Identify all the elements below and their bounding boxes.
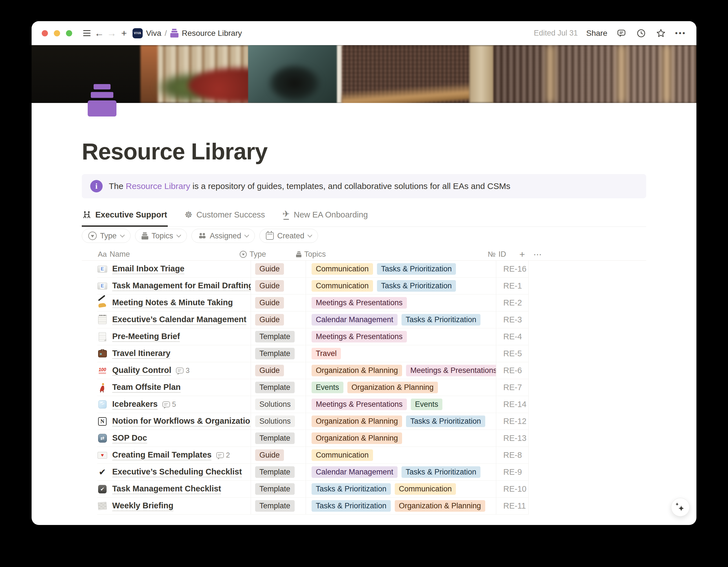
table-row[interactable]: Meeting Notes & Minute Taking Guide Meet… — [97, 295, 529, 312]
callout-page-link[interactable]: Resource Library — [126, 181, 190, 191]
add-column-icon[interactable]: + — [513, 249, 525, 260]
share-button[interactable]: Share — [586, 29, 607, 38]
breadcrumb-page[interactable]: Resource Library — [182, 29, 242, 38]
table-row[interactable]: Team Offsite Plan Template EventsOrganiz… — [97, 379, 529, 396]
filter-assigned[interactable]: Assigned — [191, 229, 255, 243]
page-link[interactable]: SOP Doc — [112, 433, 147, 444]
page-link[interactable]: Weekly Briefing — [112, 501, 173, 511]
comments-icon[interactable] — [616, 28, 627, 39]
page-link[interactable]: Task Management for Email Drafting — [112, 281, 251, 291]
page-link[interactable]: Email Inbox Triage — [112, 264, 184, 274]
id-cell: RE-12 — [496, 413, 529, 430]
filter-type[interactable]: Type — [82, 229, 131, 243]
comment-count-badge[interactable]: 3 — [176, 367, 189, 375]
zoom-window-button[interactable] — [66, 30, 72, 36]
history-clock-icon[interactable] — [636, 28, 647, 39]
topic-chip: Communication — [312, 280, 373, 292]
table-row[interactable]: Pre-Meeting Brief Template Meetings & Pr… — [97, 328, 529, 345]
column-header-topics[interactable]: Topics — [290, 250, 481, 259]
shuffle-icon: ⇄ — [97, 433, 107, 444]
page-link[interactable]: Team Offsite Plan — [112, 383, 181, 393]
type-chip: Template — [255, 500, 295, 512]
minimize-window-button[interactable] — [54, 30, 60, 36]
tab-label: Executive Support — [95, 210, 167, 219]
table-row[interactable]: ⇄SOP Doc Template Organization & Plannin… — [97, 430, 529, 447]
page-link[interactable]: Pre-Meeting Brief — [112, 332, 180, 342]
table-row[interactable]: 100Quality Control3 Guide Organization &… — [97, 362, 529, 379]
topic-chip: Travel — [312, 348, 341, 360]
topic-chip: Organization & Planning — [312, 433, 402, 444]
more-options-icon[interactable]: ••• — [675, 28, 686, 39]
close-window-button[interactable] — [42, 30, 48, 36]
breadcrumb: VIVA Viva / Resource Library — [133, 28, 242, 38]
chevron-down-icon — [120, 233, 125, 237]
page-link[interactable]: Executive’s Scheduling Checklist — [112, 467, 242, 477]
table-row[interactable]: Executive’s Calendar Management1 Guide C… — [97, 312, 529, 328]
page-link[interactable]: Notion for Workflows & Organization — [112, 416, 251, 427]
topic-chip: Meetings & Presentations — [312, 297, 407, 309]
topic-chip: Meetings & Presentations — [312, 331, 407, 343]
page-link[interactable]: Creating Email Templates — [112, 450, 211, 460]
id-cell: RE-9 — [496, 464, 529, 480]
page-link[interactable]: Meeting Notes & Minute Taking — [112, 298, 233, 308]
tab-customer-success[interactable]: ☸ Customer Success — [184, 207, 266, 227]
notion-window: ← → + VIVA Viva / Resource Library Edite… — [32, 21, 696, 525]
topic-chip: Tasks & Prioritization — [401, 466, 481, 478]
numero-icon: № — [488, 250, 496, 259]
tab-executive-support[interactable]: Executive Support — [82, 207, 168, 227]
comment-count-badge[interactable]: 5 — [162, 400, 176, 409]
type-chip: Solutions — [255, 399, 295, 410]
comment-count-badge[interactable]: 2 — [216, 451, 230, 459]
topic-chip: Organization & Planning — [347, 382, 438, 393]
forward-icon[interactable]: → — [105, 27, 118, 39]
filter-created[interactable]: Created — [259, 229, 318, 243]
table-row[interactable]: EEmail Inbox Triage Guide CommunicationT… — [97, 260, 529, 277]
topic-chip: Tasks & Prioritization — [312, 500, 391, 512]
table-row[interactable]: ✔Executive’s Scheduling Checklist Templa… — [97, 464, 529, 481]
page-link[interactable]: Travel Itinerary — [112, 349, 170, 359]
table-row[interactable]: NNotion for Workflows & Organization Sol… — [97, 413, 529, 430]
new-page-icon[interactable]: + — [118, 27, 130, 39]
back-icon[interactable]: ← — [93, 27, 105, 39]
table-row[interactable]: ✔Task Management Checklist Template Task… — [97, 481, 529, 498]
favorite-star-icon[interactable] — [655, 28, 667, 39]
breadcrumb-workspace[interactable]: Viva — [146, 29, 161, 38]
id-cell: RE-10 — [496, 481, 529, 497]
column-header-name[interactable]: Aa Name — [98, 250, 235, 259]
page-link[interactable]: Executive’s Calendar Management — [112, 315, 246, 325]
page-title[interactable]: Resource Library — [82, 138, 268, 165]
callout-text: The Resource Library is a repository of … — [109, 181, 510, 191]
table-row[interactable]: Weekly Briefing Template Tasks & Priorit… — [97, 498, 529, 515]
type-chip: Guide — [255, 297, 284, 309]
sidebar-menu-icon[interactable] — [81, 27, 93, 39]
type-chip: Template — [255, 433, 295, 444]
topic-chip: Organization & Planning — [312, 365, 402, 376]
table-row[interactable]: Icebreakers5 Solutions Meetings & Presen… — [97, 396, 529, 413]
page-link[interactable]: Icebreakers — [112, 400, 158, 410]
topic-chip: Organization & Planning — [395, 500, 485, 512]
topic-chip: Tasks & Prioritization — [312, 483, 391, 495]
table-row[interactable]: Travel Itinerary Template Travel RE-5 — [97, 345, 529, 362]
email-icon: E — [97, 281, 107, 291]
ai-assistant-button[interactable] — [671, 498, 690, 517]
filter-topics[interactable]: Topics — [135, 229, 187, 243]
page-link[interactable]: Quality Control — [112, 366, 171, 376]
viva-workspace-icon[interactable]: VIVA — [133, 28, 143, 38]
chevron-down-icon — [308, 233, 312, 237]
column-header-type[interactable]: Type — [235, 250, 290, 259]
sparkles-icon — [675, 502, 686, 513]
airplane-departure-icon: ✈ — [283, 209, 290, 220]
table-row[interactable]: ETask Management for Email Drafting Guid… — [97, 277, 529, 295]
type-chip: Template — [255, 466, 295, 478]
tab-new-ea-onboarding[interactable]: ✈ New EA Onboarding — [282, 207, 369, 227]
table-options-icon[interactable]: ⋯ — [525, 249, 542, 259]
page-archive-icon — [170, 29, 178, 37]
page-archive-icon-large[interactable] — [87, 84, 117, 116]
check-mark-icon: ✔ — [97, 467, 107, 477]
page-link[interactable]: Task Management Checklist — [112, 484, 221, 494]
column-header-id[interactable]: № ID — [481, 250, 513, 259]
chevron-down-icon — [177, 233, 181, 237]
filter-bar: Type Topics Assigned Created — [82, 229, 318, 243]
type-chip: Guide — [255, 314, 284, 326]
table-row[interactable]: ♥Creating Email Templates2 Guide Communi… — [97, 447, 529, 464]
